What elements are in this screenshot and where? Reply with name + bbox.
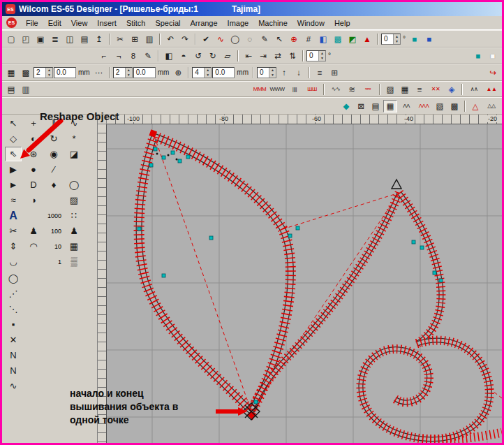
mirror-y-icon[interactable]: ◓	[177, 50, 191, 62]
arc-tool[interactable]: ◠	[25, 239, 42, 254]
thread-colors-icon[interactable]: ∿	[214, 33, 228, 45]
gradient-tool[interactable]: ▨	[66, 193, 82, 207]
run-stitch-icon[interactable]: ∿∿	[327, 83, 344, 96]
menu-view[interactable]: View	[66, 17, 93, 29]
run-dots2-tool[interactable]: ⋱	[5, 302, 22, 316]
length-a-input[interactable]: 0.0	[54, 67, 76, 78]
monogram-tool[interactable]: D	[25, 177, 42, 192]
layout-a-icon[interactable]: ▤	[4, 83, 18, 96]
menu-image[interactable]: Image	[223, 17, 254, 29]
triple-run-icon[interactable]: ≋	[345, 83, 359, 96]
travel-tool[interactable]: ▶	[5, 162, 22, 177]
chevron-fill-icon[interactable]: ΛΛ	[398, 100, 415, 112]
reshape-node-tool[interactable]: ◇	[5, 131, 22, 146]
cross-fill-icon[interactable]: ✕✕	[427, 83, 444, 96]
fan-tool[interactable]: ◡	[5, 254, 22, 269]
count-a-input[interactable]: 2	[34, 67, 53, 78]
grid-toggle-icon[interactable]: #	[302, 33, 316, 45]
fan-shape-icon[interactable]: ▲	[360, 33, 374, 45]
reshape-object-tool[interactable]: ⇖	[5, 147, 22, 161]
corner-shape2-icon[interactable]: ¬	[112, 50, 126, 62]
row-dots-icon[interactable]: ⋯	[92, 66, 106, 79]
menu-window[interactable]: Window	[292, 17, 329, 29]
star-tool[interactable]: *	[66, 131, 82, 146]
rotate-tool[interactable]: ↻	[45, 131, 62, 146]
skew-icon[interactable]: ▱	[221, 50, 235, 62]
contour-fill-icon[interactable]: ≡	[413, 83, 427, 96]
tie-off-icon[interactable]: 8	[126, 50, 140, 62]
menu-help[interactable]: Help	[329, 17, 355, 29]
zigzag-tool[interactable]: ≈	[5, 193, 22, 207]
tatami-fill-icon[interactable]: ▦	[398, 83, 412, 96]
zigzag-run-icon[interactable]: MMM	[251, 83, 268, 96]
globe-tool[interactable]: ◉	[45, 147, 62, 161]
menu-arrange[interactable]: Arrange	[185, 17, 222, 29]
overlap-view-icon[interactable]: ◧	[316, 33, 330, 45]
mirror-x-icon[interactable]: ◧	[162, 50, 176, 62]
count-c-input[interactable]: 4	[192, 67, 212, 78]
red-cross-tool[interactable]: ✕	[5, 333, 22, 347]
e-stitch-icon[interactable]: ШШ	[304, 83, 320, 96]
figures2-tool[interactable]: ♟	[66, 224, 82, 238]
chip-cyan[interactable]: ■	[471, 50, 485, 62]
parallel-lines-icon[interactable]: ||||	[286, 83, 303, 96]
length-b-input[interactable]: 0.0	[133, 67, 156, 78]
squiggle-tool[interactable]: ∿	[5, 379, 22, 393]
freehand-draw-icon[interactable]: ✎	[258, 33, 272, 45]
chip-white[interactable]: ■	[486, 50, 500, 62]
redo-icon[interactable]: ↷	[178, 33, 192, 45]
applique-icon[interactable]: ◈	[445, 83, 459, 96]
menu-stitch[interactable]: Stitch	[121, 17, 151, 29]
ellipse-tool[interactable]: ◯	[66, 177, 82, 192]
motif-run-icon[interactable]: ≈≈	[360, 83, 376, 96]
copy-icon[interactable]: ⊞	[128, 33, 142, 45]
peak-icon[interactable]: △	[468, 100, 482, 112]
satin-fill-icon[interactable]: ▨	[383, 83, 397, 96]
flower-tool[interactable]: ⊛	[25, 147, 42, 161]
penetrations-icon[interactable]: ⊕	[287, 33, 301, 45]
down-arrow-icon[interactable]: ↓	[292, 66, 306, 79]
grid-stamp-icon[interactable]: ▦	[383, 100, 397, 112]
hatch-fill-icon[interactable]: ▧	[433, 100, 447, 112]
outline-n-tool[interactable]: N	[5, 348, 22, 363]
count-b-input[interactable]: 2	[113, 67, 133, 78]
zigzag-open-icon[interactable]: WWW	[269, 83, 286, 96]
grid-coarse-icon[interactable]: ▩	[19, 66, 33, 79]
red-n-tool[interactable]: N	[5, 363, 22, 378]
layout-b-icon[interactable]: ▥	[19, 83, 33, 96]
half-circle-tool[interactable]: ◑	[25, 193, 42, 207]
dashed-outline-icon[interactable]: ◌	[243, 33, 257, 45]
grid-plus-icon[interactable]: ⊞	[327, 66, 341, 79]
slash-tool[interactable]: ∕	[45, 162, 62, 177]
page-curl-tool[interactable]: ◪	[66, 147, 82, 161]
outline-oval-icon[interactable]: ◯	[228, 33, 242, 45]
pattern-fill-icon[interactable]: ◆	[339, 100, 353, 112]
send-to-machine-icon[interactable]: ↥	[92, 33, 106, 45]
lettering-tool[interactable]: A	[5, 208, 22, 223]
mesh-tool[interactable]: ▦	[66, 239, 82, 254]
run-dots-tool[interactable]: ⋰	[5, 286, 22, 301]
kiosk-tool[interactable]: ∷	[66, 208, 82, 223]
length-c-input[interactable]: 0.0	[212, 67, 235, 78]
true-view-icon[interactable]: ✔	[199, 33, 213, 45]
wave-fill-icon[interactable]: ∧∧	[466, 83, 482, 96]
jump-icon[interactable]: ↪	[486, 66, 500, 79]
open-design-icon[interactable]: ◰	[19, 33, 33, 45]
offset-cross-icon[interactable]: ⊕	[171, 66, 185, 79]
mountain-fill-icon[interactable]: ΛΛΛ	[415, 100, 432, 112]
red-ellipse-tool[interactable]: ◯	[5, 271, 22, 286]
select-tool[interactable]: ↖	[5, 116, 22, 131]
align-right-icon[interactable]: ⇥	[256, 50, 270, 62]
corner-shape-icon[interactable]: ⌐	[97, 50, 111, 62]
dotted-tool[interactable]: ▒	[66, 254, 82, 269]
rotate-by-input[interactable]: 0	[306, 50, 326, 61]
color-chip-2[interactable]: ■	[422, 33, 436, 45]
menu-edit[interactable]: Edit	[43, 17, 66, 29]
blob-tool[interactable]: ●	[25, 162, 42, 177]
rotate-cw-icon[interactable]: ↻	[206, 50, 220, 62]
save-design-icon[interactable]: ▣	[34, 33, 47, 45]
rotate-ccw-icon[interactable]: ↺	[191, 50, 205, 62]
small-square-tool[interactable]: ▪	[5, 317, 22, 332]
print-preview-icon[interactable]: ◫	[63, 33, 77, 45]
up-arrow-icon[interactable]: ↑	[277, 66, 291, 79]
